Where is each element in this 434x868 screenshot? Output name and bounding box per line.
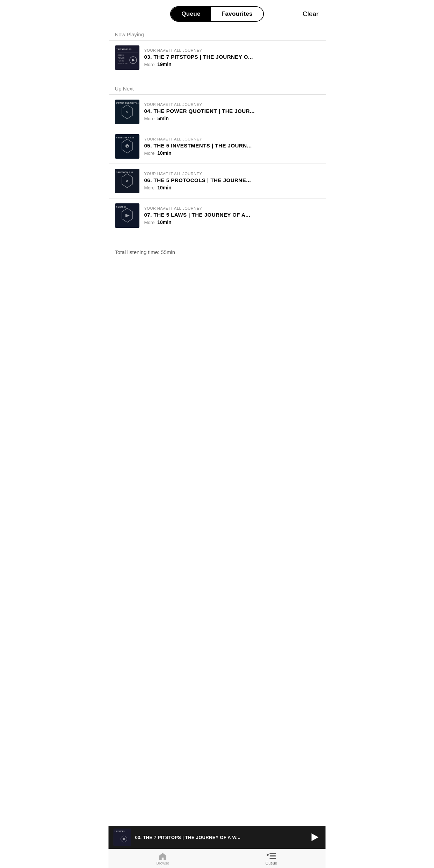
up-next-track-2[interactable]: 5 INVESTMENTS 05 ▲ YOUR HAVE IT ALL JOUR… xyxy=(109,129,326,164)
play-triangle-icon xyxy=(311,833,318,841)
track-meta-2: More 10min xyxy=(144,150,319,156)
now-playing-track-info: YOUR HAVE IT ALL JOURNEY 03. THE 7 PITST… xyxy=(144,48,319,67)
track-duration-2: 10min xyxy=(157,150,171,156)
up-next-section-label: Up Next xyxy=(109,82,326,95)
track-more-link-1[interactable]: More xyxy=(144,116,155,121)
track-series-2: YOUR HAVE IT ALL JOURNEY xyxy=(144,137,319,141)
player-bar: 7 PITSTOPS 03. THE 7 PITSTOPS | THE JOUR… xyxy=(109,826,326,849)
track-duration-3: 10min xyxy=(157,185,171,190)
tab-queue[interactable]: Queue xyxy=(171,7,211,21)
tab-group: Queue Favourites xyxy=(170,6,263,22)
nav-queue[interactable]: Queue xyxy=(217,849,326,868)
track-duration: 19min xyxy=(157,62,171,67)
track-thumbnail-2: 5 INVESTMENTS 05 ▲ xyxy=(115,134,139,159)
total-time: Total listening time: 55min xyxy=(109,244,326,261)
svg-text:7 PITSTOPS 03: 7 PITSTOPS 03 xyxy=(116,48,132,50)
up-next-track-info-3: YOUR HAVE IT ALL JOURNEY 06. THE 5 PROTO… xyxy=(144,172,319,190)
player-play-button[interactable] xyxy=(308,831,321,844)
now-playing-track[interactable]: 7 PITSTOPS 03 • SPEED • POWER • FOCUS • … xyxy=(109,41,326,75)
up-next-track-info-2: YOUR HAVE IT ALL JOURNEY 05. THE 5 INVES… xyxy=(144,137,319,156)
up-next-track-4[interactable]: 5 LAWS 07 YOUR HAVE IT ALL JOURNEY 07. T… xyxy=(109,198,326,233)
track-more-link-4[interactable]: More xyxy=(144,220,155,225)
svg-text:✕: ✕ xyxy=(125,180,128,183)
tab-favourites[interactable]: Favourites xyxy=(211,7,263,21)
track-meta-1: More 5min xyxy=(144,116,319,121)
bottom-spacer xyxy=(109,233,326,244)
svg-text:5 PROTOCOLS 06: 5 PROTOCOLS 06 xyxy=(116,171,133,173)
svg-text:POWER QUOTIENT 04: POWER QUOTIENT 04 xyxy=(116,102,139,104)
svg-text:✕: ✕ xyxy=(125,110,128,114)
track-series-3: YOUR HAVE IT ALL JOURNEY xyxy=(144,172,319,176)
track-meta-4: More 10min xyxy=(144,219,319,225)
track-series: YOUR HAVE IT ALL JOURNEY xyxy=(144,48,319,52)
up-next-track-info-4: YOUR HAVE IT ALL JOURNEY 07. THE 5 LAWS … xyxy=(144,206,319,225)
svg-marker-33 xyxy=(267,853,269,856)
track-title-3: 06. THE 5 PROTOCOLS | THE JOURNE... xyxy=(144,177,319,183)
svg-text:5 INVESTMENTS 05: 5 INVESTMENTS 05 xyxy=(116,137,134,139)
track-series-1: YOUR HAVE IT ALL JOURNEY xyxy=(144,102,319,107)
track-title-1: 04. THE POWER QUOTIENT | THE JOUR... xyxy=(144,108,319,114)
track-meta: More 19min xyxy=(144,62,319,67)
svg-text:• FOCUS: • FOCUS xyxy=(117,60,124,62)
now-playing-section-label: Now Playing xyxy=(109,28,326,41)
track-series-4: YOUR HAVE IT ALL JOURNEY xyxy=(144,206,319,210)
header: Queue Favourites Clear xyxy=(109,0,326,28)
track-more-link-2[interactable]: More xyxy=(144,151,155,156)
track-duration-1: 5min xyxy=(157,116,169,121)
track-title: 03. THE 7 PITSTOPS | THE JOURNEY O... xyxy=(144,54,319,60)
svg-text:• POWER: • POWER xyxy=(117,57,124,59)
svg-text:5 LAWS 07: 5 LAWS 07 xyxy=(116,206,126,208)
up-next-track-1[interactable]: POWER QUOTIENT 04 ✕ YOUR HAVE IT ALL JOU… xyxy=(109,95,326,129)
home-icon xyxy=(159,852,167,860)
track-more-link[interactable]: More xyxy=(144,62,155,67)
svg-rect-30 xyxy=(269,853,276,854)
clear-button[interactable]: Clear xyxy=(303,10,318,18)
content-area: Now Playing 7 PITSTOPS 03 • SPEED • POWE… xyxy=(109,28,326,303)
track-thumbnail-4: 5 LAWS 07 xyxy=(115,203,139,228)
svg-rect-31 xyxy=(269,855,276,856)
track-meta-3: More 10min xyxy=(144,185,319,190)
bottom-nav: Browse Queue xyxy=(109,849,326,868)
svg-rect-32 xyxy=(269,858,276,859)
player-thumbnail: 7 PITSTOPS xyxy=(114,829,131,846)
queue-icon xyxy=(267,852,276,860)
svg-text:7 PITSTOPS: 7 PITSTOPS xyxy=(115,830,125,832)
track-thumbnail-1: POWER QUOTIENT 04 ✕ xyxy=(115,100,139,124)
track-thumbnail-now-playing: 7 PITSTOPS 03 • SPEED • POWER • FOCUS • … xyxy=(115,45,139,70)
spacer xyxy=(109,75,326,82)
nav-browse-label: Browse xyxy=(156,861,169,865)
nav-queue-label: Queue xyxy=(266,861,277,865)
nav-browse[interactable]: Browse xyxy=(109,849,217,868)
track-title-2: 05. THE 5 INVESTMENTS | THE JOURN... xyxy=(144,143,319,149)
track-title-4: 07. THE 5 LAWS | THE JOURNEY OF A... xyxy=(144,212,319,218)
track-more-link-3[interactable]: More xyxy=(144,185,155,190)
player-track-title: 03. THE 7 PITSTOPS | THE JOURNEY OF A W.… xyxy=(135,835,304,840)
svg-text:• SPEED: • SPEED xyxy=(117,54,124,56)
svg-text:▲: ▲ xyxy=(126,145,129,148)
track-duration-4: 10min xyxy=(157,219,171,225)
svg-text:• STRENGTH: • STRENGTH xyxy=(117,63,128,65)
up-next-track-info-1: YOUR HAVE IT ALL JOURNEY 04. THE POWER Q… xyxy=(144,102,319,121)
track-thumbnail-3: 5 PROTOCOLS 06 ✕ xyxy=(115,169,139,193)
up-next-track-3[interactable]: 5 PROTOCOLS 06 ✕ YOUR HAVE IT ALL JOURNE… xyxy=(109,164,326,198)
